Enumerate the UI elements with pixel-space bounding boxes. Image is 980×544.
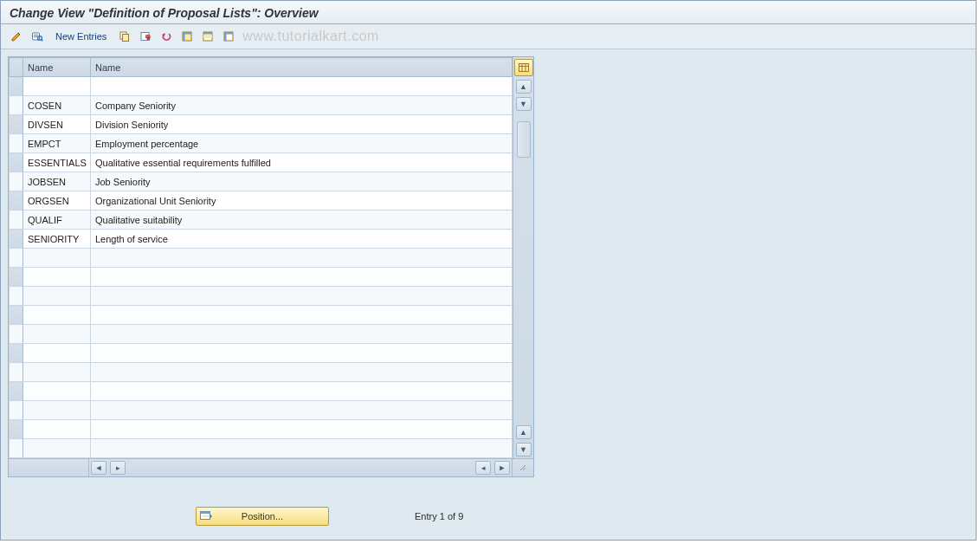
cell-code[interactable] — [23, 249, 91, 268]
row-selector[interactable] — [10, 401, 23, 420]
row-selector[interactable] — [10, 287, 23, 306]
copy-icon[interactable] — [116, 28, 133, 45]
scroll-down-icon[interactable]: ▼ — [516, 443, 532, 457]
table-row[interactable] — [10, 77, 513, 96]
table-row[interactable] — [10, 439, 513, 458]
row-selector[interactable] — [10, 439, 23, 458]
table-row[interactable] — [10, 249, 513, 268]
row-selector[interactable] — [10, 77, 23, 96]
row-selector[interactable] — [10, 306, 23, 325]
cell-desc[interactable]: Organizational Unit Seniority — [91, 191, 513, 210]
cell-code[interactable] — [23, 344, 91, 363]
table-settings-icon[interactable] — [514, 59, 533, 76]
scroll-thumb[interactable] — [517, 121, 531, 158]
cell-code[interactable]: DIVSEN — [23, 115, 91, 134]
table-row[interactable] — [10, 325, 513, 344]
row-selector[interactable] — [10, 249, 23, 268]
cell-desc[interactable] — [91, 306, 513, 325]
table-row[interactable]: ESSENTIALSQualitative essential requirem… — [10, 153, 513, 172]
cell-code[interactable] — [23, 306, 91, 325]
scroll-right-end-icon[interactable]: ► — [494, 461, 510, 475]
row-selector[interactable] — [10, 382, 23, 401]
cell-desc[interactable] — [91, 249, 513, 268]
cell-code[interactable] — [23, 268, 91, 287]
table-row[interactable] — [10, 287, 513, 306]
scroll-down-small-icon[interactable]: ▼ — [516, 97, 532, 111]
table-row[interactable]: COSENCompany Seniority — [10, 96, 513, 115]
find-icon[interactable] — [29, 28, 46, 45]
cell-code[interactable]: QUALIF — [23, 210, 91, 230]
cell-code[interactable] — [23, 77, 91, 96]
cell-code[interactable] — [23, 325, 91, 344]
cell-desc[interactable] — [91, 363, 513, 382]
table-row[interactable]: JOBSENJob Seniority — [10, 172, 513, 191]
scroll-right-icon[interactable]: ◂ — [475, 461, 491, 475]
column-header-desc[interactable]: Name — [91, 58, 513, 77]
table-row[interactable] — [10, 382, 513, 401]
cell-code[interactable] — [23, 363, 91, 382]
cell-desc[interactable]: Employment percentage — [91, 134, 513, 153]
table-row[interactable]: QUALIFQualitative suitability — [10, 210, 513, 230]
row-selector[interactable] — [10, 363, 23, 382]
scroll-left-start-icon[interactable]: ◄ — [91, 461, 106, 475]
table-row[interactable] — [10, 363, 513, 382]
deselect-all-icon[interactable] — [220, 28, 237, 45]
cell-code[interactable]: ORGSEN — [23, 191, 91, 210]
select-all-header[interactable] — [10, 58, 23, 77]
row-selector[interactable] — [10, 210, 23, 230]
cell-desc[interactable] — [91, 382, 513, 401]
row-selector[interactable] — [10, 115, 23, 134]
cell-code[interactable]: EMPCT — [23, 134, 91, 153]
row-selector[interactable] — [10, 172, 23, 191]
table-row[interactable] — [10, 306, 513, 325]
cell-desc[interactable]: Job Seniority — [91, 172, 513, 191]
cell-desc[interactable] — [91, 287, 513, 306]
cell-code[interactable]: JOBSEN — [23, 172, 91, 191]
table-row[interactable]: DIVSENDivision Seniority — [10, 115, 513, 134]
cell-desc[interactable] — [91, 268, 513, 287]
cell-code[interactable] — [23, 382, 91, 401]
cell-desc[interactable]: Division Seniority — [91, 115, 513, 134]
cell-code[interactable] — [23, 401, 91, 420]
table-row[interactable]: ORGSENOrganizational Unit Seniority — [10, 191, 513, 210]
cell-code[interactable] — [23, 287, 91, 306]
undo-icon[interactable] — [158, 28, 175, 45]
select-all-icon[interactable] — [178, 28, 196, 45]
proposal-list-table[interactable]: Name Name COSENCompany SeniorityDIVSENDi… — [9, 57, 513, 458]
cell-desc[interactable]: Qualitative suitability — [91, 210, 513, 230]
row-selector[interactable] — [10, 96, 23, 115]
row-selector[interactable] — [10, 268, 23, 287]
row-selector[interactable] — [10, 191, 23, 210]
cell-desc[interactable]: Qualitative essential requirements fulfi… — [91, 153, 513, 172]
position-button[interactable]: Position... — [196, 507, 329, 526]
row-selector[interactable] — [10, 134, 23, 153]
table-row[interactable]: EMPCTEmployment percentage — [10, 134, 513, 153]
row-selector[interactable] — [10, 230, 23, 249]
cell-desc[interactable] — [91, 77, 513, 96]
display-change-icon[interactable] — [8, 28, 25, 45]
table-row[interactable] — [10, 401, 513, 420]
scroll-left-icon[interactable]: ▸ — [110, 461, 126, 475]
cell-desc[interactable] — [91, 439, 513, 458]
cell-code[interactable] — [23, 439, 91, 458]
cell-code[interactable] — [23, 420, 91, 439]
column-header-code[interactable]: Name — [23, 58, 91, 77]
table-row[interactable] — [10, 420, 513, 439]
cell-desc[interactable]: Company Seniority — [91, 96, 513, 115]
row-selector[interactable] — [10, 153, 23, 172]
cell-desc[interactable]: Length of service — [91, 230, 513, 249]
table-row[interactable]: SENIORITYLength of service — [10, 230, 513, 249]
cell-desc[interactable] — [91, 401, 513, 420]
scroll-up-small-icon[interactable]: ▲ — [516, 425, 532, 439]
table-row[interactable] — [10, 268, 513, 287]
cell-desc[interactable] — [91, 344, 513, 363]
scroll-up-icon[interactable]: ▲ — [516, 80, 532, 94]
cell-code[interactable]: COSEN — [23, 96, 91, 115]
delete-icon[interactable] — [137, 28, 154, 45]
new-entries-button[interactable]: New Entries — [49, 29, 113, 44]
cell-code[interactable]: ESSENTIALS — [23, 153, 91, 172]
row-selector[interactable] — [10, 325, 23, 344]
row-selector[interactable] — [10, 420, 23, 439]
cell-code[interactable]: SENIORITY — [23, 230, 91, 249]
select-block-icon[interactable] — [199, 28, 216, 45]
